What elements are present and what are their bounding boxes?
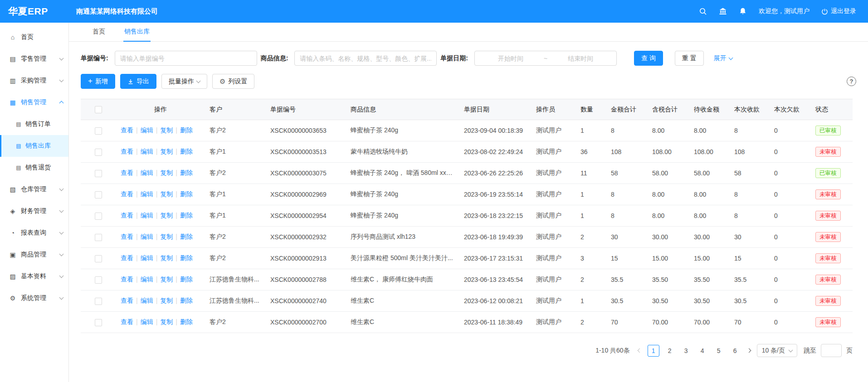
batch-actions-button[interactable]: 批量操作	[161, 74, 207, 89]
logout-button[interactable]: 退出登录	[821, 7, 856, 15]
row-checkbox[interactable]	[95, 255, 102, 262]
row-action-copy[interactable]: 复制	[160, 297, 173, 304]
row-checkbox[interactable]	[95, 149, 102, 156]
row-action-copy[interactable]: 复制	[160, 190, 173, 198]
date-range-picker[interactable]: ~	[474, 51, 617, 66]
row-action-delete[interactable]: 删除	[180, 276, 193, 283]
tab-home[interactable]: 首页	[92, 23, 106, 42]
row-checkbox[interactable]	[95, 234, 102, 241]
bank-icon[interactable]	[719, 7, 727, 15]
row-action-copy[interactable]: 复制	[160, 148, 173, 155]
cell-debt: 0	[770, 205, 811, 227]
row-action-copy[interactable]: 复制	[160, 233, 173, 240]
row-action-edit[interactable]: 编辑	[141, 126, 153, 134]
column-settings-button[interactable]: ⚙ 列设置	[212, 74, 254, 89]
date-end-input[interactable]	[549, 55, 612, 62]
sidebar-item-系统管理[interactable]: ⚙ 系统管理	[0, 287, 68, 309]
row-action-delete[interactable]: 删除	[180, 148, 193, 155]
row-action-delete[interactable]: 删除	[180, 212, 193, 219]
sidebar-item-财务管理[interactable]: ◈ 财务管理	[0, 200, 68, 222]
row-action-edit[interactable]: 编辑	[141, 190, 153, 198]
date-start-input[interactable]	[479, 55, 542, 62]
row-checkbox[interactable]	[95, 298, 102, 305]
row-action-delete[interactable]: 删除	[180, 233, 193, 240]
row-checkbox[interactable]	[95, 276, 102, 284]
sidebar-subitem-销售出库[interactable]: ▤ 销售出库	[0, 135, 68, 157]
product-info-input[interactable]	[294, 51, 437, 66]
page-number-2[interactable]: 2	[664, 345, 676, 357]
sidebar-item-销售管理[interactable]: ▦ 销售管理	[0, 92, 68, 113]
add-button[interactable]: + 新增	[81, 74, 115, 89]
welcome-text: 欢迎您，测试用户	[759, 7, 809, 15]
chevron-down-icon	[59, 274, 64, 278]
sidebar-item-基本资料[interactable]: ▨ 基本资料	[0, 266, 68, 287]
tab-sales-outbound[interactable]: 销售出库	[123, 23, 151, 42]
row-action-delete[interactable]: 删除	[180, 126, 193, 134]
bill-no-input[interactable]	[115, 51, 257, 66]
row-checkbox[interactable]	[95, 191, 102, 198]
search-button[interactable]: 查 询	[634, 51, 663, 66]
cell-receivable: 35.50	[689, 269, 730, 290]
sidebar-item-首页[interactable]: ⌂ 首页	[0, 26, 68, 48]
cell-received: 15	[730, 248, 770, 269]
row-action-view[interactable]: 查看	[121, 254, 133, 261]
prev-page-button[interactable]	[636, 349, 643, 352]
row-checkbox[interactable]	[95, 213, 102, 220]
cell-operator: 测试用户	[532, 248, 576, 269]
row-action-copy[interactable]: 复制	[160, 126, 173, 134]
next-page-button[interactable]	[746, 349, 752, 352]
page-size-select[interactable]: 10 条/页	[757, 344, 797, 357]
row-action-delete[interactable]: 删除	[180, 318, 193, 325]
sidebar-item-商品管理[interactable]: ▣ 商品管理	[0, 244, 68, 266]
bell-icon[interactable]	[739, 7, 747, 15]
search-icon[interactable]	[699, 7, 707, 15]
row-action-view[interactable]: 查看	[121, 190, 133, 198]
row-checkbox[interactable]	[95, 170, 102, 177]
sidebar-item-仓库管理[interactable]: ▧ 仓库管理	[0, 179, 68, 200]
row-action-delete[interactable]: 删除	[180, 297, 193, 304]
row-action-delete[interactable]: 删除	[180, 254, 193, 261]
sidebar-item-报表查询[interactable]: ◔ 报表查询	[0, 222, 68, 244]
row-action-edit[interactable]: 编辑	[141, 318, 153, 325]
row-action-view[interactable]: 查看	[121, 169, 133, 176]
row-action-copy[interactable]: 复制	[160, 276, 173, 283]
page-number-3[interactable]: 3	[680, 345, 692, 357]
row-action-copy[interactable]: 复制	[160, 254, 173, 261]
reset-button[interactable]: 重 置	[675, 51, 704, 66]
help-icon[interactable]: ?	[847, 77, 856, 86]
row-action-copy[interactable]: 复制	[160, 169, 173, 176]
row-checkbox[interactable]	[95, 127, 102, 135]
row-action-view[interactable]: 查看	[121, 126, 133, 134]
sidebar-subitem-销售退货[interactable]: ▤ 销售退货	[0, 157, 68, 179]
row-checkbox[interactable]	[95, 319, 102, 326]
row-action-edit[interactable]: 编辑	[141, 254, 153, 261]
jump-to-input[interactable]	[821, 344, 842, 357]
row-action-delete[interactable]: 删除	[180, 190, 193, 198]
row-action-view[interactable]: 查看	[121, 233, 133, 240]
row-action-view[interactable]: 查看	[121, 212, 133, 219]
sidebar-subitem-销售订单[interactable]: ▤ 销售订单	[0, 113, 68, 135]
export-button[interactable]: 导出	[120, 74, 156, 89]
row-action-copy[interactable]: 复制	[160, 318, 173, 325]
page-number-4[interactable]: 4	[697, 345, 708, 357]
row-action-edit[interactable]: 编辑	[141, 169, 153, 176]
row-action-view[interactable]: 查看	[121, 276, 133, 283]
row-action-view[interactable]: 查看	[121, 297, 133, 304]
row-action-copy[interactable]: 复制	[160, 212, 173, 219]
expand-link[interactable]: 展开	[714, 54, 732, 63]
row-action-view[interactable]: 查看	[121, 148, 133, 155]
page-number-5[interactable]: 5	[713, 345, 725, 357]
sidebar-item-采购管理[interactable]: ▥ 采购管理	[0, 70, 68, 92]
page-number-1[interactable]: 1	[648, 345, 659, 357]
row-action-view[interactable]: 查看	[121, 318, 133, 325]
row-action-edit[interactable]: 编辑	[141, 233, 153, 240]
row-action-edit[interactable]: 编辑	[141, 212, 153, 219]
sidebar-item-零售管理[interactable]: ▤ 零售管理	[0, 48, 68, 70]
row-action-edit[interactable]: 编辑	[141, 148, 153, 155]
select-all-checkbox[interactable]	[95, 106, 102, 113]
sidebar-item-label: 财务管理	[21, 207, 58, 215]
row-action-edit[interactable]: 编辑	[141, 276, 153, 283]
row-action-delete[interactable]: 删除	[180, 169, 193, 176]
row-action-edit[interactable]: 编辑	[141, 297, 153, 304]
page-number-6[interactable]: 6	[729, 345, 741, 357]
